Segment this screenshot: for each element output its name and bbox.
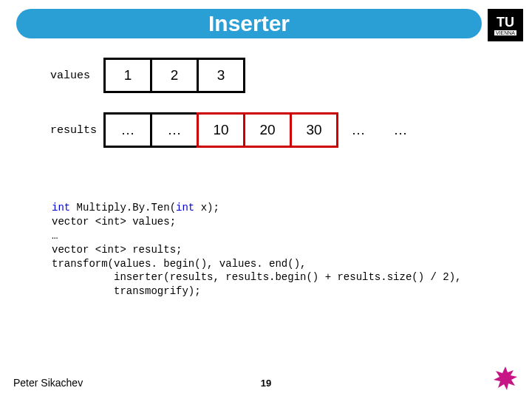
tu-vienna-logo: TU VIENNA <box>488 9 523 41</box>
code-line: transmogrify); <box>52 284 532 299</box>
results-cell: … <box>150 112 199 148</box>
results-cell: … <box>103 112 152 148</box>
results-cell-inserted: 10 <box>197 112 245 148</box>
code-line: transform(values. begin(), values. end()… <box>52 257 532 271</box>
slide-title: Inserter <box>208 11 290 36</box>
code-line: vector <int> values; <box>52 215 532 229</box>
values-cells: 1 2 3 <box>103 58 245 93</box>
results-cells: … … 10 20 30 … … <box>103 112 423 148</box>
values-cell: 1 <box>103 58 152 93</box>
code-line: … <box>52 229 532 243</box>
code-block: int Multiply.By.Ten(int x); vector <int>… <box>52 201 532 299</box>
splat-icon <box>492 365 519 392</box>
diagram: values 1 2 3 results … … 10 20 30 … … <box>50 58 532 148</box>
code-line: int Multiply.By.Ten(int x); <box>52 201 532 215</box>
values-cell: 2 <box>150 58 199 93</box>
results-cell-ellipsis: … <box>378 112 423 148</box>
results-cell-ellipsis: … <box>336 112 381 148</box>
results-row: results … … 10 20 30 … … <box>50 112 532 148</box>
logo-top: TU <box>497 16 514 29</box>
values-row: values 1 2 3 <box>50 58 532 93</box>
results-label: results <box>50 124 99 137</box>
page-number: 19 <box>261 378 271 389</box>
footer: Peter Sikachev 19 <box>13 377 519 389</box>
code-line: inserter(results, results.begin() + resu… <box>52 270 532 284</box>
logo-bottom: VIENNA <box>494 30 516 35</box>
code-line: vector <int> results; <box>52 243 532 257</box>
values-label: values <box>50 69 99 82</box>
author: Peter Sikachev <box>13 377 83 389</box>
values-cell: 3 <box>197 58 245 93</box>
title-bar: Inserter <box>16 9 482 38</box>
results-cell-inserted: 30 <box>290 112 338 148</box>
results-cell-inserted: 20 <box>243 112 292 148</box>
